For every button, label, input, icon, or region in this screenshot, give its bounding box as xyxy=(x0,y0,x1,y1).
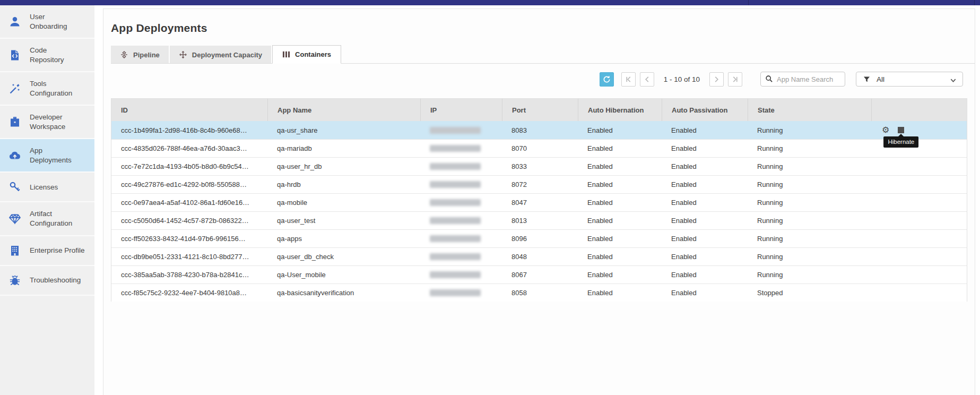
sidebar-item-tools-configuration[interactable]: Tools Configuration xyxy=(0,72,94,106)
content-card: App Deployments PipelineDeployment Capac… xyxy=(103,8,975,395)
cell-state: Running xyxy=(748,140,871,157)
cell-id: ccc-f85c75c2-9232-4ee7-b404-9810a8… xyxy=(111,284,267,302)
table-row[interactable]: ccc-49c27876-ed1c-4292-b0f8-550588…qa-hr… xyxy=(111,175,967,193)
pagination-range-label: 1 - 10 of 10 xyxy=(664,75,700,83)
column-header-auto-passivation: Auto Passivation xyxy=(662,99,748,121)
tab-label: Containers xyxy=(295,50,331,58)
cell-id: ccc-ff502633-8432-41d4-97b6-996156… xyxy=(111,230,267,247)
column-header-port: Port xyxy=(502,99,578,121)
table-row[interactable]: ccc-ff502633-8432-41d4-97b6-996156…qa-ap… xyxy=(111,229,967,247)
cell-state: Running xyxy=(748,194,871,211)
sidebar-item-app-deployments[interactable]: App Deployments xyxy=(0,139,94,173)
cell-state: Running xyxy=(748,121,871,139)
sidebar-item-developer-workspace[interactable]: Developer Workspace xyxy=(0,106,94,139)
chevron-down-icon xyxy=(950,76,957,86)
pagination: 1 - 10 of 10 xyxy=(621,72,742,87)
hibernate-stop-icon[interactable] xyxy=(898,127,904,133)
code-file-icon xyxy=(7,48,22,63)
table-row[interactable]: ccc-385aa5ab-3788-4230-b78a-b2841c…qa-Us… xyxy=(111,265,967,284)
table-row[interactable]: ccc-7e72c1da-4193-4b05-b8d0-6b9c54…qa-us… xyxy=(111,157,967,175)
first-page-button[interactable] xyxy=(621,72,636,87)
cell-actions xyxy=(871,158,967,175)
sidebar-item-label: Enterprise Profile xyxy=(30,246,85,255)
cell-auto-hibernation: Enabled xyxy=(578,212,662,229)
table-body: ccc-1b499fa1-2d98-416b-8c4b-960e68…qa-us… xyxy=(111,121,967,302)
cell-actions xyxy=(871,248,967,265)
tab-label: Deployment Capacity xyxy=(192,51,262,59)
filter-funnel-icon xyxy=(863,76,870,83)
column-header-actions xyxy=(871,99,967,121)
cell-port: 8072 xyxy=(502,176,578,193)
cell-actions xyxy=(871,230,967,247)
table-row[interactable]: ccc-db9be051-2331-4121-8c10-8bd277…qa-us… xyxy=(111,247,967,265)
sidebar-item-code-repository[interactable]: Code Repository xyxy=(0,39,94,72)
cell-app-name: qa-User_mobile xyxy=(267,266,420,284)
cell-actions xyxy=(871,176,967,193)
column-header-app-name: App Name xyxy=(267,99,420,121)
cell-actions xyxy=(871,266,967,284)
cell-ip xyxy=(420,176,502,193)
sidebar-item-label: User Onboarding xyxy=(30,12,67,31)
search-input[interactable] xyxy=(760,72,845,87)
cell-state: Running xyxy=(748,176,871,193)
cell-id: ccc-7e72c1da-4193-4b05-b8d0-6b9c54… xyxy=(111,158,267,175)
ip-redacted xyxy=(430,217,481,224)
cell-state: Running xyxy=(748,212,871,229)
cell-id: ccc-c5050d64-1452-4c57-872b-086322… xyxy=(111,212,267,229)
table-row[interactable]: ccc-1b499fa1-2d98-416b-8c4b-960e68…qa-us… xyxy=(111,121,967,139)
table-header-row: IDApp NameIPPortAuto HibernationAuto Pas… xyxy=(111,99,967,121)
user-icon xyxy=(7,14,22,29)
sidebar-item-enterprise-profile[interactable]: Enterprise Profile xyxy=(0,236,94,266)
next-page-icon xyxy=(713,76,720,83)
sidebar: User OnboardingCode RepositoryTools Conf… xyxy=(0,5,94,395)
bug-icon xyxy=(7,273,22,288)
tab-deployment-capacity[interactable]: Deployment Capacity xyxy=(170,46,271,63)
refresh-icon xyxy=(603,75,611,83)
cell-ip xyxy=(420,284,502,302)
sidebar-item-label: Tools Configuration xyxy=(30,79,72,98)
hibernate-tooltip: Hibernate xyxy=(883,136,918,148)
filter-selected-value: All xyxy=(877,75,884,83)
cell-id: ccc-385aa5ab-3788-4230-b78a-b2841c… xyxy=(111,266,267,284)
ip-redacted xyxy=(430,199,481,206)
tab-containers[interactable]: Containers xyxy=(272,45,341,64)
last-page-icon xyxy=(732,76,739,83)
cell-app-name: qa-user_db_check xyxy=(267,248,420,265)
column-header-state: State xyxy=(748,99,871,121)
cell-port: 8058 xyxy=(502,284,578,302)
cell-ip xyxy=(420,248,502,265)
last-page-button[interactable] xyxy=(728,72,742,87)
tab-pipeline[interactable]: Pipeline xyxy=(111,46,169,63)
cell-id: ccc-1b499fa1-2d98-416b-8c4b-960e68… xyxy=(111,121,267,139)
cell-state: Running xyxy=(748,230,871,247)
cell-state: Stopped xyxy=(748,284,871,302)
building-icon xyxy=(7,243,22,258)
cell-auto-passivation: Enabled xyxy=(662,230,748,247)
sidebar-item-user-onboarding[interactable]: User Onboarding xyxy=(0,5,94,39)
previous-page-button[interactable] xyxy=(640,72,654,87)
table-row[interactable]: ccc-0e97aea4-a5af-4102-86a1-fd60e16…qa-m… xyxy=(111,193,967,211)
cell-auto-passivation: Enabled xyxy=(662,176,748,193)
cell-app-name: qa-apps xyxy=(267,230,420,247)
cell-ip xyxy=(420,140,502,157)
sidebar-item-label: Artifact Configuration xyxy=(30,209,72,228)
filter-dropdown[interactable]: All xyxy=(856,72,963,87)
next-page-button[interactable] xyxy=(709,72,724,87)
main-area: App Deployments PipelineDeployment Capac… xyxy=(94,5,980,395)
cell-app-name: qa-hrdb xyxy=(267,176,420,193)
gear-icon[interactable]: ⚙ xyxy=(882,126,889,134)
cell-ip xyxy=(420,212,502,229)
table-row[interactable]: ccc-4835d026-788f-46ea-a76d-30aac3…qa-ma… xyxy=(111,139,967,157)
cell-auto-hibernation: Enabled xyxy=(578,230,662,247)
sidebar-item-licenses[interactable]: Licenses xyxy=(0,173,94,202)
refresh-button[interactable] xyxy=(600,72,614,87)
pipeline-icon xyxy=(120,50,128,59)
tab-label: Pipeline xyxy=(133,51,160,59)
ip-redacted xyxy=(430,163,481,170)
sidebar-item-troubleshooting[interactable]: Troubleshooting xyxy=(0,266,94,296)
table-row[interactable]: ccc-f85c75c2-9232-4ee7-b404-9810a8…qa-ba… xyxy=(111,284,967,302)
cell-auto-hibernation: Enabled xyxy=(578,194,662,211)
ip-redacted xyxy=(430,235,481,242)
sidebar-item-artifact-configuration[interactable]: Artifact Configuration xyxy=(0,202,94,236)
table-row[interactable]: ccc-c5050d64-1452-4c57-872b-086322…qa-us… xyxy=(111,211,967,229)
